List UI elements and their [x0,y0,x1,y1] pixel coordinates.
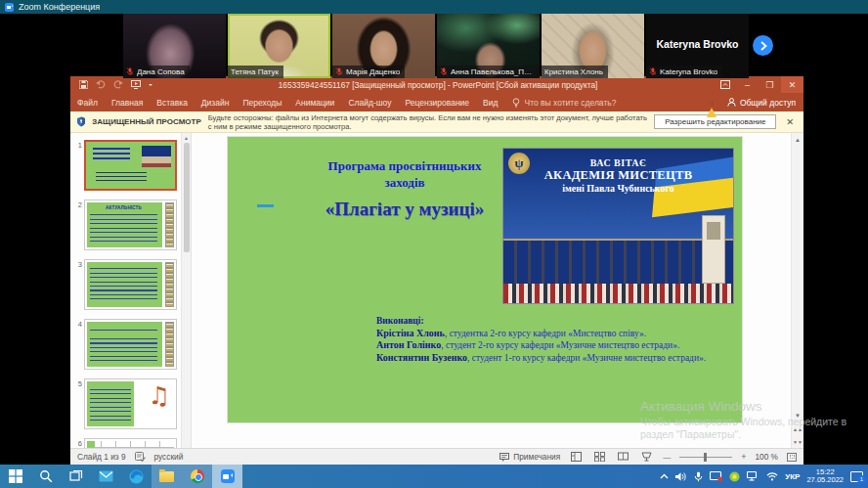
next-slide-button[interactable]: ▼▼ [792,435,803,448]
restore-icon: ❐ [765,80,773,90]
tab-insert[interactable]: Вставка [150,93,195,111]
academy-caption: ВАС ВІТАЄ [503,157,733,168]
windows-logo-icon [9,469,22,483]
notification-center-button[interactable]: 1 [850,471,863,482]
ribbon-right-group: ! Общий доступ [707,98,803,108]
zoom-app-button[interactable] [212,465,242,488]
slide-1[interactable]: Програма просвітницьких заходів «Плагіат… [227,136,743,423]
participant-video[interactable]: Дана Сопова [123,14,226,78]
mail-app-button[interactable] [91,465,121,488]
thumbnail-slide-5[interactable]: 5 ♫ [74,378,177,429]
language-indicator[interactable]: русский [154,452,184,462]
edge-browser-button[interactable] [121,465,152,488]
search-button[interactable] [30,465,61,488]
slide-main-title: «Плагіат у музиці» [279,199,531,220]
wifi-tray-button[interactable] [766,471,778,481]
restore-button[interactable]: ❐ [759,76,781,93]
previous-slide-button[interactable]: ▲▲ [792,422,803,435]
tell-me-box[interactable]: Что вы хотите сделать? [512,98,616,108]
tab-animations[interactable]: Анимации [288,93,341,111]
chrome-browser-button[interactable] [182,465,212,488]
powerpoint-window: 1653359424551167 [Защищенный просмотр] -… [70,76,803,465]
warning-icon[interactable]: ! [707,98,717,108]
thumbnail-number: 6 [74,438,84,448]
tab-transitions[interactable]: Переходы [236,93,288,111]
slide-sorter-view-button[interactable] [592,451,607,464]
chrome-icon [191,469,204,483]
powerpoint-window-title: 1653359424551167 [Защищенный просмотр] -… [162,80,714,90]
slide-scrollbar[interactable]: ▲ ▼ ▲▲ ▼▼ [791,133,803,448]
redo-icon[interactable] [113,80,123,89]
microphone-tray-button[interactable] [694,471,703,482]
mail-icon [99,470,113,482]
network-tray-button[interactable] [747,471,760,481]
start-slideshow-icon[interactable] [131,80,141,89]
tab-file[interactable]: Файл [70,93,105,111]
taskbar-clock[interactable]: 15:22 27.05.2022 [806,468,844,485]
slideshow-view-button[interactable] [639,451,654,464]
zoom-in-button[interactable]: + [741,452,746,462]
close-button[interactable]: ✕ [781,76,803,93]
tab-view[interactable]: Вид [476,93,504,111]
powerpoint-status-bar: Слайд 1 из 9 русский Примечания — + 100 … [70,448,803,465]
spellcheck-icon[interactable] [135,452,146,462]
language-switcher[interactable]: УКР [785,472,800,481]
performers-block: Виконавці: Крістіна Хлонь, студентка 2-г… [376,315,740,364]
thumbnail-slide-6[interactable]: 6 [74,438,177,448]
tab-review[interactable]: Рецензирование [398,93,476,111]
academy-building [503,239,733,284]
customize-qat-icon[interactable] [149,84,152,88]
zoom-app-icon [5,3,14,12]
zoom-slider[interactable] [679,457,732,458]
scroll-up-button[interactable]: ▲ [792,133,803,147]
participant-display-name: Kateryna Brovko [646,38,749,50]
task-view-button[interactable] [61,465,91,488]
tray-expand-button[interactable] [660,473,669,479]
share-button[interactable]: Общий доступ [727,98,796,108]
fit-slide-button[interactable] [787,453,797,462]
slide-canvas: Програма просвітницьких заходів «Плагіат… [192,133,803,448]
zoom-level[interactable]: 100 % [755,452,778,462]
antivirus-tray-button[interactable] [729,471,740,482]
search-icon [39,469,53,483]
participant-name: Анна Павелькова_Пол... [451,67,535,76]
thumbnail-slide-1[interactable]: 1 [74,140,177,191]
file-explorer-button[interactable] [152,465,182,488]
participant-video-strip: Дана Сопова Тетяна Патук Марія Даценко А… [123,14,749,78]
tab-design[interactable]: Дизайн [195,93,237,111]
close-icon: ✕ [789,80,797,90]
protected-view-label: ЗАЩИЩЕННЫЙ ПРОСМОТР [92,117,201,126]
scrollbar-thumb[interactable] [184,143,190,252]
ribbon-display-options-button[interactable] [714,76,736,93]
slide-counter[interactable]: Слайд 1 из 9 [77,452,126,462]
thumbnail-slide-3[interactable]: 3 [74,259,177,310]
normal-view-button[interactable] [569,451,584,464]
screen-share-tray-button[interactable] [710,471,722,482]
zoom-out-button[interactable]: — [663,453,671,462]
participant-video[interactable]: Марія Даценко [332,14,435,78]
minimize-button[interactable]: – [736,76,759,93]
tab-slideshow[interactable]: Слайд-шоу [341,93,398,111]
participant-nameplate: Кристина Хлонь [542,66,608,78]
next-participants-button[interactable] [753,35,773,56]
tab-home[interactable]: Главная [105,93,150,111]
banner-close-button[interactable]: ✕ [783,116,797,127]
taskbar: УКР 15:22 27.05.2022 1 [0,465,868,488]
participant-video[interactable]: Тетяна Патук [228,14,330,78]
undo-icon[interactable] [96,80,106,89]
save-icon[interactable] [79,80,88,89]
thumbnail-scrollbar[interactable]: ▲ [181,133,191,448]
scroll-up-icon[interactable]: ▲ [182,133,191,143]
volume-button[interactable] [675,471,687,482]
participant-video[interactable]: Kateryna Brovko Kateryna Brovko [646,14,749,78]
start-button[interactable] [0,465,30,488]
participant-video[interactable]: Кристина Хлонь [542,14,644,78]
scroll-down-button[interactable]: ▼ [792,409,803,422]
zoom-slider-thumb[interactable] [704,453,707,462]
reading-view-button[interactable] [616,451,630,464]
participant-nameplate: Анна Павелькова_Пол... [437,66,540,78]
thumbnail-slide-2[interactable]: 2 АКТУАЛЬНІСТЬ [74,200,177,250]
notes-toggle[interactable]: Примечания [499,452,560,462]
thumbnail-slide-4[interactable]: 4 [74,319,177,370]
participant-video[interactable]: Анна Павелькова_Пол... [437,14,540,78]
